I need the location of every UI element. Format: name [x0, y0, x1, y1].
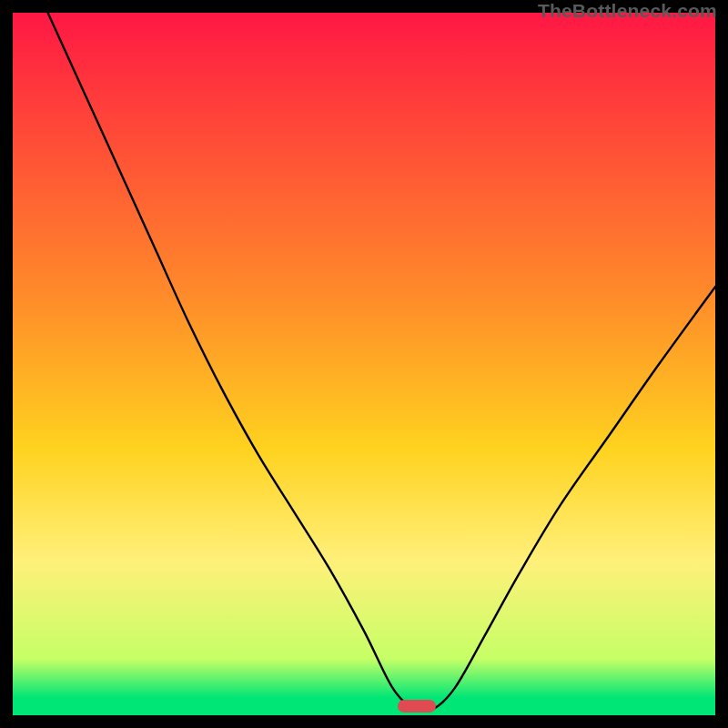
bottleneck-curve: [13, 13, 715, 715]
plot-area: [13, 13, 715, 715]
chart-frame: TheBottleneck.com: [0, 0, 728, 728]
optimal-marker: [398, 700, 436, 713]
watermark-text: TheBottleneck.com: [538, 0, 717, 22]
